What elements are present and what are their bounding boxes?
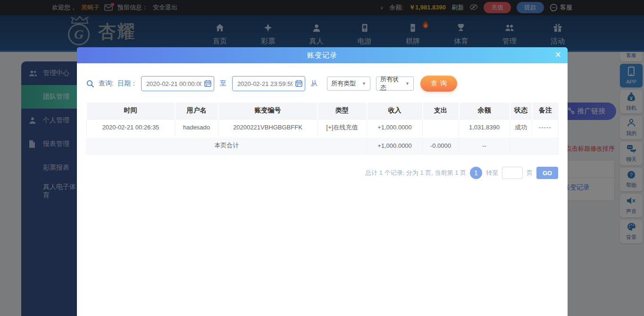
col-balance[interactable]: 余额 bbox=[459, 102, 510, 119]
go-button[interactable]: GO bbox=[536, 167, 558, 179]
cell-username: hadesado bbox=[175, 119, 218, 137]
summary-expense: -0.0000 bbox=[423, 137, 459, 154]
search-label: 查询: bbox=[99, 79, 114, 88]
col-income[interactable]: 收入 bbox=[367, 102, 423, 119]
date-label: 日期： bbox=[117, 79, 137, 88]
date-from-input[interactable] bbox=[141, 76, 214, 91]
calendar-icon bbox=[204, 80, 211, 87]
page: 欢迎您， 黑蝎子 预留信息： 安全退出 ∨ 余额: ￥1,981.8390 刷新… bbox=[0, 0, 644, 316]
summary-empty bbox=[510, 137, 559, 154]
modal-header: 账变记录 × bbox=[77, 47, 568, 63]
type-select[interactable]: 所有类型 ▼ bbox=[327, 77, 370, 91]
dropdown-arrow-icon: ▼ bbox=[362, 81, 366, 86]
modal-title: 账变记录 bbox=[307, 51, 337, 60]
date-to-box bbox=[232, 76, 305, 91]
account-change-modal: 账变记录 × 查询: 日期： 至 从 所有类型 ▼ 所有状态 ▼ bbox=[77, 47, 568, 316]
cell-remark: ----- bbox=[532, 119, 559, 137]
col-time[interactable]: 时间 bbox=[87, 102, 175, 119]
col-status[interactable]: 状态 bbox=[510, 102, 532, 119]
cell-expense bbox=[423, 119, 459, 137]
cell-change-id: 20200221VBHGBGBFFK bbox=[218, 119, 318, 137]
goto-page-input[interactable] bbox=[502, 167, 523, 179]
date-from-box bbox=[141, 76, 214, 91]
to-label: 至 bbox=[220, 79, 226, 88]
status-select-value: 所有状态 bbox=[380, 75, 401, 92]
cell-type: [+]在线充值 bbox=[318, 119, 367, 137]
col-remark[interactable]: 备注 bbox=[532, 102, 559, 119]
close-icon[interactable]: × bbox=[555, 47, 561, 63]
type-select-value: 所有类型 bbox=[331, 79, 356, 88]
goto-label: 转至 bbox=[486, 169, 498, 177]
summary-row: 本页合计 +1,000.0000 -0.0000 -- bbox=[87, 137, 559, 154]
status-select[interactable]: 所有状态 ▼ bbox=[376, 77, 414, 91]
query-button[interactable]: 查询 bbox=[420, 76, 457, 92]
pagination-info: 总计 1 个记录, 分为 1 页, 当前第 1 页 bbox=[365, 169, 466, 177]
summary-balance: -- bbox=[459, 137, 510, 154]
cell-income: +1,000.0000 bbox=[367, 119, 423, 137]
col-expense[interactable]: 支出 bbox=[423, 102, 459, 119]
date-to-input[interactable] bbox=[232, 76, 305, 91]
col-username[interactable]: 用户名 bbox=[175, 102, 218, 119]
col-change-id[interactable]: 账变编号 bbox=[218, 102, 318, 119]
cell-status: 成功 bbox=[510, 119, 532, 137]
search-icon bbox=[86, 80, 94, 88]
calendar-icon bbox=[295, 80, 302, 87]
cell-time: 2020-02-21 00:26:35 bbox=[87, 119, 175, 137]
page-unit-label: 页 bbox=[527, 169, 533, 177]
table-header-row: 时间 用户名 账变编号 类型 收入 支出 余额 状态 备注 bbox=[87, 102, 559, 119]
table-row: 2020-02-21 00:26:35 hadesado 20200221VBH… bbox=[87, 119, 559, 137]
cell-balance: 1,031.8390 bbox=[459, 119, 510, 137]
page-1-button[interactable]: 1 bbox=[470, 167, 482, 179]
summary-label: 本页合计 bbox=[87, 137, 367, 154]
from-label: 从 bbox=[311, 79, 318, 88]
filter-bar: 查询: 日期： 至 从 所有类型 ▼ 所有状态 ▼ 查询 bbox=[86, 76, 457, 92]
summary-income: +1,000.0000 bbox=[367, 137, 423, 154]
account-change-table: 时间 用户名 账变编号 类型 收入 支出 余额 状态 备注 2020-02-21… bbox=[86, 102, 559, 154]
pagination: 总计 1 个记录, 分为 1 页, 当前第 1 页 1 转至 页 GO bbox=[365, 167, 558, 179]
col-type[interactable]: 类型 bbox=[318, 102, 367, 119]
dropdown-arrow-icon: ▼ bbox=[405, 81, 410, 86]
